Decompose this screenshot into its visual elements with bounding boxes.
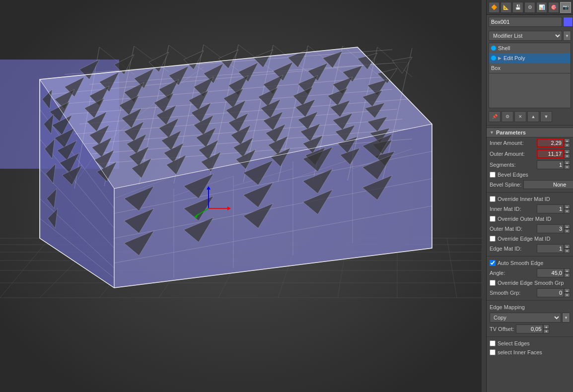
inner-amount-down[interactable]: ▼ xyxy=(564,143,570,147)
inner-mat-id-input[interactable] xyxy=(537,204,564,213)
separator-2 xyxy=(487,192,573,193)
toolbar-icon-7[interactable]: 📷 xyxy=(560,2,571,13)
inner-amount-group: ▲ ▼ xyxy=(537,138,570,147)
tv-offset-down[interactable]: ▼ xyxy=(543,329,549,333)
toolbar-icon-3[interactable]: 💾 xyxy=(512,2,523,13)
toolbar-icon-2[interactable]: 📐 xyxy=(501,2,511,13)
angle-spin: ▲ ▼ xyxy=(564,268,570,277)
override-edge-mat-checkbox[interactable] xyxy=(490,236,496,242)
toolbar-icon-1[interactable]: 🔶 xyxy=(489,2,500,13)
toolbar-icon-6[interactable]: 🎯 xyxy=(548,2,559,13)
override-edge-smooth-checkbox[interactable] xyxy=(490,280,496,286)
viewport[interactable] xyxy=(0,0,486,392)
segments-row: Segments: ▲ ▼ xyxy=(487,159,573,170)
edge-mat-id-up[interactable]: ▲ xyxy=(564,244,570,249)
inner-amount-up[interactable]: ▲ xyxy=(564,138,570,143)
stack-settings-btn[interactable]: ⚙ xyxy=(501,111,513,122)
segments-up[interactable]: ▲ xyxy=(564,160,570,165)
tv-offset-input[interactable] xyxy=(516,325,543,333)
tv-offset-up[interactable]: ▲ xyxy=(543,325,549,329)
separator-4 xyxy=(487,300,573,301)
select-inner-faces-checkbox[interactable] xyxy=(490,349,496,355)
angle-down[interactable]: ▼ xyxy=(564,273,570,277)
outer-mat-id-down[interactable]: ▼ xyxy=(564,229,570,233)
edge-mat-id-down[interactable]: ▼ xyxy=(564,249,570,253)
stack-label-shell: Shell xyxy=(498,45,510,51)
stack-pin-btn[interactable]: 📌 xyxy=(489,111,501,122)
stack-light-editpoly xyxy=(491,56,496,61)
modifier-stack: Shell ▶ Edit Poly Box xyxy=(489,43,571,73)
stack-move-down-btn[interactable]: ▼ xyxy=(540,111,552,122)
segments-input[interactable] xyxy=(537,160,564,169)
smooth-grp-input[interactable] xyxy=(537,288,564,297)
inner-mat-id-down[interactable]: ▼ xyxy=(564,209,570,213)
stack-item-shell[interactable]: Shell xyxy=(489,43,571,53)
stack-light-shell xyxy=(491,46,496,51)
modifier-list-arrow[interactable]: ▼ xyxy=(563,31,571,41)
toolbar-icon-4[interactable]: ⚙ xyxy=(524,2,535,13)
inner-amount-spin: ▲ ▼ xyxy=(564,138,570,147)
stack-label-editpoly: Edit Poly xyxy=(503,55,525,61)
stack-remove-btn[interactable]: ✕ xyxy=(514,111,526,122)
inner-mat-id-group: ▲ ▼ xyxy=(537,204,570,213)
select-edges-checkbox[interactable] xyxy=(490,340,496,346)
parameters-label: Parameters xyxy=(496,130,526,135)
stack-label-box: Box xyxy=(491,65,501,71)
outer-amount-up[interactable]: ▲ xyxy=(564,149,570,154)
toolbar-icon-5[interactable]: 📊 xyxy=(536,2,547,13)
edge-mapping-label: Edge Mapping xyxy=(487,303,573,312)
object-name-row xyxy=(487,15,573,29)
auto-smooth-edge-row: Auto Smooth Edge xyxy=(487,259,573,267)
tv-offset-label: TV Offset: xyxy=(490,326,514,332)
outer-mat-id-spin: ▲ ▼ xyxy=(564,224,570,233)
outer-amount-row: Outer Amount: ▲ ▼ xyxy=(487,148,573,159)
bevel-edges-checkbox[interactable] xyxy=(490,172,496,178)
inner-amount-input[interactable] xyxy=(537,138,564,147)
segments-group: ▲ ▼ xyxy=(537,160,570,169)
bevel-spline-input[interactable] xyxy=(523,180,573,189)
outer-amount-input[interactable] xyxy=(537,149,564,158)
angle-group: ▲ ▼ xyxy=(537,268,570,277)
smooth-grp-up[interactable]: ▲ xyxy=(564,288,570,293)
smooth-grp-label: Smooth Grp: xyxy=(490,290,535,296)
modifier-list-select[interactable]: Modifier List xyxy=(489,31,562,41)
angle-input[interactable] xyxy=(537,268,564,277)
stack-toggle-editpoly[interactable]: ▶ xyxy=(498,56,501,61)
override-edge-smooth-label: Override Edge Smooth Grp xyxy=(498,280,564,286)
override-outer-mat-checkbox[interactable] xyxy=(490,216,496,222)
outer-mat-id-up[interactable]: ▲ xyxy=(564,224,570,229)
override-inner-mat-checkbox[interactable] xyxy=(490,196,496,202)
segments-spin: ▲ ▼ xyxy=(564,160,570,169)
inner-mat-id-spin: ▲ ▼ xyxy=(564,204,570,213)
copy-dropdown-row: CopyNoneStripKeep ▼ xyxy=(487,312,573,324)
object-name-input[interactable] xyxy=(489,17,562,27)
edge-mat-id-group: ▲ ▼ xyxy=(537,244,570,253)
override-outer-mat-row: Override Outer Mat ID xyxy=(487,214,573,223)
inner-mat-id-up[interactable]: ▲ xyxy=(564,204,570,209)
outer-amount-spin: ▲ ▼ xyxy=(564,149,570,158)
bevel-spline-label: Bevel Spline: xyxy=(490,182,521,188)
separator-5 xyxy=(487,336,573,337)
parameters-collapse-arrow: ▼ xyxy=(490,130,494,135)
object-color-swatch[interactable] xyxy=(563,17,573,27)
stack-move-up-btn[interactable]: ▲ xyxy=(527,111,539,122)
angle-up[interactable]: ▲ xyxy=(564,268,570,273)
override-edge-smooth-row: Override Edge Smooth Grp xyxy=(487,278,573,287)
copy-dropdown-arrow[interactable]: ▼ xyxy=(562,313,570,323)
copy-dropdown[interactable]: CopyNoneStripKeep xyxy=(490,313,561,323)
edge-mat-id-input[interactable] xyxy=(537,244,564,253)
outer-mat-id-input[interactable] xyxy=(537,224,564,233)
segments-down[interactable]: ▼ xyxy=(564,165,570,169)
auto-smooth-edge-checkbox[interactable] xyxy=(490,260,496,266)
override-inner-mat-row: Override Inner Mat ID xyxy=(487,195,573,203)
right-panel: 🔶 📐 💾 ⚙ 📊 🎯 📷 Modifier List ▼ Shell ▶ Ed… xyxy=(486,0,573,392)
inner-mat-id-row: Inner Mat ID: ▲ ▼ xyxy=(487,203,573,214)
stack-item-box[interactable]: Box xyxy=(489,63,571,73)
tv-offset-row: TV Offset: ▲ ▼ xyxy=(487,324,573,334)
parameters-header[interactable]: ▼ Parameters xyxy=(487,128,573,137)
outer-amount-down[interactable]: ▼ xyxy=(564,154,570,158)
smooth-grp-group: ▲ ▼ xyxy=(537,288,570,297)
stack-item-editpoly[interactable]: ▶ Edit Poly xyxy=(489,53,571,63)
segments-label: Segments: xyxy=(490,162,535,168)
smooth-grp-down[interactable]: ▼ xyxy=(564,293,570,297)
